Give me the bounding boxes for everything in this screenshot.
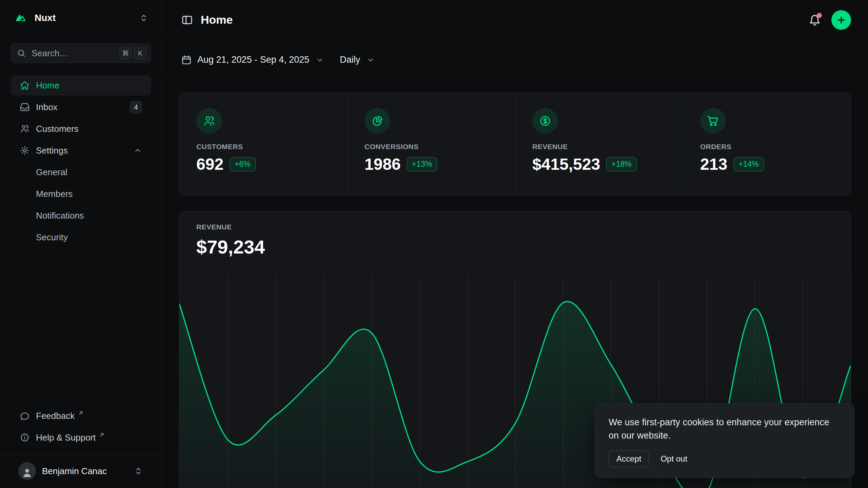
sidebar-subitem-label: General <box>36 167 67 178</box>
sidebar-item-members[interactable]: Members <box>11 184 151 204</box>
add-button[interactable] <box>831 10 851 30</box>
search-shortcut: ⌘ K <box>119 47 146 59</box>
filters-toolbar: Aug 21, 2025 - Sep 4, 2025 Daily <box>162 40 868 80</box>
sidebar: Nuxt Search... ⌘ K Home <box>0 0 162 488</box>
sidebar-item-label: Settings <box>36 145 68 156</box>
shopping-cart-icon <box>700 108 726 134</box>
stat-label: CUSTOMERS <box>196 143 330 151</box>
calendar-icon <box>181 55 192 65</box>
stat-card-revenue[interactable]: REVENUE $415,523 +18% <box>515 93 683 195</box>
stat-value: $415,523 <box>532 155 600 174</box>
notifications-button[interactable] <box>808 14 821 26</box>
workspace-switcher[interactable]: Nuxt <box>11 9 151 26</box>
inbox-count-badge: 4 <box>130 101 142 113</box>
stat-delta-badge: +6% <box>230 157 256 171</box>
user-section: Benjamin Canac <box>0 455 162 488</box>
kbd-command: ⌘ <box>119 47 132 59</box>
sidebar-item-security[interactable]: Security <box>11 227 151 247</box>
sidebar-item-inbox[interactable]: Inbox 4 <box>11 97 151 117</box>
cookie-optout-button[interactable]: Opt out <box>654 451 694 467</box>
chat-bubble-icon <box>20 411 30 421</box>
sidebar-subitem-label: Notifications <box>36 210 84 221</box>
info-circle-icon <box>20 432 30 443</box>
footer-link-label: Help & Support <box>36 432 96 443</box>
stat-label: ORDERS <box>700 143 834 151</box>
search-placeholder: Search... <box>32 48 114 59</box>
external-link-icon <box>77 410 84 416</box>
currency-dollar-icon <box>532 108 558 134</box>
sidebar-subitem-label: Members <box>36 189 73 199</box>
stat-label: REVENUE <box>532 143 666 151</box>
help-support-link[interactable]: Help & Support <box>11 427 151 448</box>
search-input[interactable]: Search... ⌘ K <box>11 43 151 63</box>
sidebar-item-label: Customers <box>36 124 79 134</box>
revenue-chart-header: REVENUE $79,234 <box>179 211 851 258</box>
sidebar-spacer <box>11 247 151 406</box>
sidebar-item-label: Inbox <box>36 102 58 113</box>
chevron-down-icon <box>366 56 375 64</box>
inbox-icon <box>20 102 30 112</box>
notification-dot <box>817 13 822 18</box>
avatar <box>18 462 36 480</box>
cookie-message: We use first-party cookies to enhance yo… <box>609 416 841 442</box>
stat-card-conversions[interactable]: CONVERSIONS 1986 +13% <box>347 93 515 195</box>
cookie-actions: Accept Opt out <box>609 450 841 467</box>
cookie-accept-button[interactable]: Accept <box>609 450 649 467</box>
users-icon <box>20 124 30 134</box>
kbd-k: K <box>134 47 146 59</box>
sidebar-item-notifications[interactable]: Notifications <box>11 205 151 226</box>
granularity-select[interactable]: Daily <box>340 55 375 65</box>
cookie-banner: We use first-party cookies to enhance yo… <box>595 403 854 478</box>
user-name: Benjamin Canac <box>42 466 107 476</box>
stat-value: 213 <box>700 155 727 174</box>
external-link-icon <box>98 431 105 438</box>
plus-icon <box>836 15 846 25</box>
chevron-up-icon <box>133 146 142 155</box>
date-range-value: Aug 21, 2025 - Sep 4, 2025 <box>197 55 309 65</box>
stat-card-customers[interactable]: CUSTOMERS 692 +6% <box>179 93 347 195</box>
sidebar-item-home[interactable]: Home <box>11 75 151 96</box>
stat-delta-badge: +13% <box>407 157 437 171</box>
sidebar-item-customers[interactable]: Customers <box>11 119 151 139</box>
sidebar-item-label: Home <box>36 80 59 91</box>
search-icon <box>17 48 26 58</box>
pie-chart-icon <box>364 108 390 134</box>
gear-icon <box>20 145 30 156</box>
panel-left-icon[interactable] <box>181 14 193 26</box>
sidebar-item-general[interactable]: General <box>11 162 151 182</box>
users-icon <box>196 108 222 134</box>
stat-value: 692 <box>196 155 223 174</box>
feedback-link[interactable]: Feedback <box>11 406 151 426</box>
user-menu[interactable]: Benjamin Canac <box>11 460 151 482</box>
chevron-down-icon <box>315 56 324 64</box>
granularity-value: Daily <box>340 55 360 65</box>
stat-delta-badge: +14% <box>733 157 764 171</box>
stats-grid: CUSTOMERS 692 +6% CONVERSIONS 1986 +13% <box>179 93 851 195</box>
sidebar-item-settings[interactable]: Settings <box>11 140 151 161</box>
stat-label: CONVERSIONS <box>364 143 498 151</box>
revenue-chart-value: $79,234 <box>196 236 834 258</box>
stat-delta-badge: +18% <box>606 157 636 171</box>
home-icon <box>20 80 30 90</box>
sidebar-subitem-label: Security <box>36 232 68 243</box>
page-title: Home <box>201 13 233 26</box>
sidebar-footer: Feedback Help & Support <box>11 406 151 455</box>
footer-link-label: Feedback <box>36 411 75 421</box>
chevron-up-down-icon <box>133 466 143 476</box>
chevron-up-down-icon <box>139 13 149 23</box>
sidebar-nav: Home Inbox 4 Customers Settings <box>11 75 151 247</box>
date-range-picker[interactable]: Aug 21, 2025 - Sep 4, 2025 <box>181 55 324 65</box>
stat-card-orders[interactable]: ORDERS 213 +14% <box>683 93 851 195</box>
header-actions <box>808 10 851 30</box>
nuxt-logo-icon <box>13 12 28 24</box>
stat-value: 1986 <box>364 155 401 174</box>
page-header: Home <box>162 0 868 40</box>
revenue-chart-label: REVENUE <box>196 223 834 231</box>
workspace-name: Nuxt <box>35 13 56 23</box>
